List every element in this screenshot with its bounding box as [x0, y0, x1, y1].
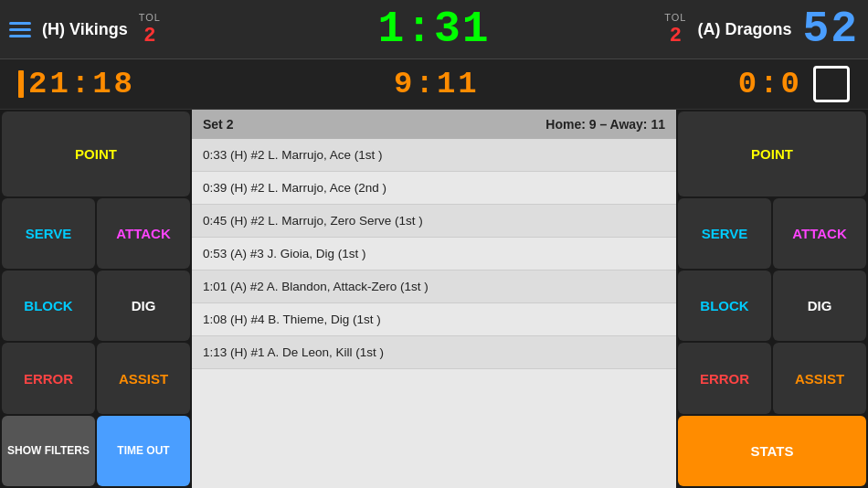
log-header: Set 2 Home: 9 – Away: 11 [192, 110, 676, 139]
away-serve-button[interactable]: SERVE [678, 198, 771, 269]
tol-away-value: 2 [670, 25, 682, 48]
home-dig-button[interactable]: DIG [97, 271, 190, 341]
header-left: (H) Vikings TOL 2 [9, 12, 377, 48]
home-error-assist-row: ERROR ASSIST [2, 343, 190, 413]
away-block-button[interactable]: BLOCK [678, 271, 771, 341]
score-summary: Home: 9 – Away: 11 [545, 117, 665, 132]
home-attack-button[interactable]: ATTACK [97, 198, 190, 269]
home-block-button[interactable]: BLOCK [2, 271, 95, 341]
header-right: TOL 2 (A) Dragons 52 [491, 5, 859, 54]
away-block-dig-row: BLOCK DIG [678, 271, 866, 341]
main-score: 1:31 [377, 5, 490, 54]
away-team-name: (A) Dragons [697, 20, 791, 39]
home-serve-button[interactable]: SERVE [2, 198, 95, 269]
log-panel: Set 2 Home: 9 – Away: 11 0:33 (H) #2 L. … [192, 110, 676, 488]
home-team-name: (H) Vikings [42, 20, 128, 39]
main-content: POINT SERVE ATTACK BLOCK DIG ERROR ASSIS… [0, 110, 868, 488]
away-assist-button[interactable]: ASSIST [773, 343, 866, 413]
stats-button[interactable]: STATS [678, 416, 866, 486]
header-center: 1:31 [377, 5, 490, 54]
hamburger-icon[interactable] [9, 22, 31, 37]
log-entry: 0:45 (H) #2 L. Marrujo, Zero Serve (1st … [192, 205, 676, 238]
log-entry: 0:39 (H) #2 L. Marrujo, Ace (2nd ) [192, 172, 676, 205]
tol-home-value: 2 [143, 25, 155, 48]
home-sub-score: 21:18 [28, 67, 135, 101]
home-bottom-row: SHOW FILTERS TIME OUT [2, 416, 190, 486]
show-filters-button[interactable]: SHOW FILTERS [2, 416, 95, 486]
sub-left: 21:18 [18, 67, 135, 101]
right-panel: POINT SERVE ATTACK BLOCK DIG ERROR ASSIS… [676, 110, 868, 488]
away-error-assist-row: ERROR ASSIST [678, 343, 866, 413]
away-score: 52 [802, 5, 859, 54]
sub-header: 21:18 9:11 0:0 [0, 59, 868, 110]
away-attack-button[interactable]: ATTACK [773, 198, 866, 269]
timeout-button[interactable]: TIME OUT [97, 416, 190, 486]
log-entry: 1:01 (A) #2 A. Blandon, Attack-Zero (1st… [192, 271, 676, 303]
log-entry: 0:33 (H) #2 L. Marrujo, Ace (1st ) [192, 139, 676, 172]
sub-box [813, 66, 850, 102]
away-dig-button[interactable]: DIG [773, 271, 866, 341]
center-sub-score: 9:11 [394, 67, 480, 101]
log-entry: 0:53 (A) #3 J. Gioia, Dig (1st ) [192, 238, 676, 271]
away-point-button[interactable]: POINT [678, 111, 866, 196]
home-serve-attack-row: SERVE ATTACK [2, 198, 190, 269]
header: (H) Vikings TOL 2 1:31 TOL 2 (A) Dragons… [0, 0, 868, 59]
log-entry: 1:08 (H) #4 B. Thieme, Dig (1st ) [192, 303, 676, 336]
tol-home: TOL 2 [139, 12, 161, 48]
set-label: Set 2 [203, 117, 233, 132]
home-block-dig-row: BLOCK DIG [2, 271, 190, 341]
log-entry: 1:13 (H) #1 A. De Leon, Kill (1st ) [192, 336, 676, 369]
home-assist-button[interactable]: ASSIST [97, 343, 190, 413]
tol-away-label: TOL [664, 12, 686, 23]
away-serve-attack-row: SERVE ATTACK [678, 198, 866, 269]
away-error-button[interactable]: ERROR [678, 343, 771, 413]
sub-indicator [18, 70, 24, 98]
home-point-button[interactable]: POINT [2, 111, 190, 196]
tol-away: TOL 2 [664, 12, 686, 48]
away-sub-score: 0:0 [738, 67, 802, 101]
left-panel: POINT SERVE ATTACK BLOCK DIG ERROR ASSIS… [0, 110, 192, 488]
home-error-button[interactable]: ERROR [2, 343, 95, 413]
tol-home-label: TOL [139, 12, 161, 23]
